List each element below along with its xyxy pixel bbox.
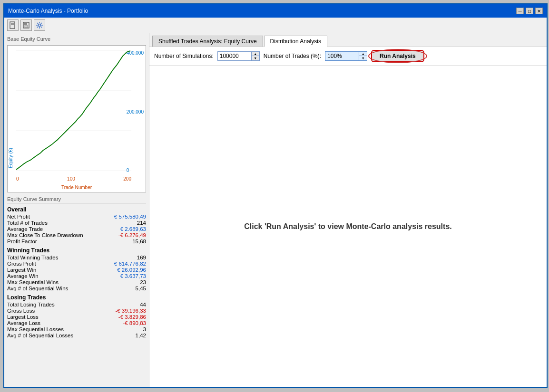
stat-value: -€ 890,83: [123, 320, 146, 326]
summary-section: Equity Curve Summary Overall Net Profit …: [7, 196, 146, 384]
minimize-button[interactable]: ─: [516, 8, 524, 14]
simulations-field[interactable]: [218, 52, 251, 60]
stat-gross-profit: Gross Profit € 614.776,82: [7, 261, 146, 267]
stat-max-seq-wins: Max Sequential Wins 23: [7, 279, 146, 285]
settings-button[interactable]: [34, 19, 45, 31]
main-window: Monte-Carlo Analysis - Portfolio ─ □ ✕: [3, 3, 548, 388]
svg-line-14: [37, 27, 38, 28]
simulations-down-btn[interactable]: ▼: [252, 56, 259, 60]
trades-spinner: ▲ ▼: [359, 52, 367, 60]
tab-distribution-analysis[interactable]: Distribution Analysis: [264, 36, 327, 47]
stat-value: 169: [137, 255, 146, 260]
tab-equity-curve[interactable]: Shuffled Trades Analysis: Equity Curve: [152, 36, 263, 47]
stat-value: € 2.689,63: [120, 226, 146, 232]
title-bar: Monte-Carlo Analysis - Portfolio ─ □ ✕: [4, 4, 547, 18]
x-tick-0: 0: [16, 176, 19, 182]
stat-label: Profit Factor: [7, 239, 37, 244]
stat-total-winning: Total Winning Trades 169: [7, 255, 146, 260]
stat-avg-seq-losses: Avg # of Sequential Losses 1,42: [7, 333, 146, 338]
main-content: Base Equity Curve 400.000 200.000 0 0 10…: [4, 33, 547, 387]
svg-rect-0: [10, 22, 15, 29]
trades-label: Number of Trades (%):: [264, 53, 321, 59]
stat-gross-loss: Gross Loss -€ 39.196,33: [7, 308, 146, 314]
stat-label: Gross Loss: [7, 308, 35, 314]
stat-label: Total Winning Trades: [7, 255, 58, 260]
equity-curve-chart: [16, 50, 131, 171]
stat-value: 23: [140, 279, 146, 285]
simulations-input[interactable]: ▲ ▼: [217, 51, 260, 61]
controls-bar: Number of Simulations: ▲ ▼ Number of Tra…: [149, 47, 547, 66]
category-winning: Winning Trades: [7, 247, 146, 254]
stat-value: 1,42: [136, 333, 146, 338]
simulations-label: Number of Simulations:: [154, 53, 214, 59]
stat-label: Total # of Trades: [7, 220, 48, 226]
svg-line-13: [41, 23, 42, 24]
simulations-up-btn[interactable]: ▲: [252, 52, 259, 56]
stat-label: Avg # of Sequential Wins: [7, 286, 68, 291]
analysis-placeholder-area: Click 'Run Analysis' to view Monte-Carlo…: [149, 66, 547, 387]
stat-value: -€ 6.276,49: [118, 232, 146, 238]
stat-label: Max Close To Close Drawdown: [7, 232, 83, 238]
stat-max-drawdown: Max Close To Close Drawdown -€ 6.276,49: [7, 232, 146, 238]
stat-label: Average Loss: [7, 320, 40, 326]
simulations-spinner: ▲ ▼: [251, 52, 259, 60]
stat-label: Largest Loss: [7, 314, 39, 320]
stat-label: Max Sequential Losses: [7, 326, 64, 332]
stat-value: 44: [140, 302, 146, 307]
chart-area: 400.000 200.000 0 0 100 200 Trade Number…: [7, 45, 146, 192]
stat-value: 3: [143, 326, 146, 332]
stat-value: 15,68: [132, 239, 146, 244]
x-tick-200: 200: [123, 176, 131, 182]
stat-value: -€ 39.196,33: [115, 308, 146, 314]
stat-value: € 614.776,82: [114, 261, 146, 267]
stat-largest-loss: Largest Loss -€ 3.829,86: [7, 314, 146, 320]
x-axis-label: Trade Number: [61, 185, 92, 190]
left-panel: Base Equity Curve 400.000 200.000 0 0 10…: [4, 33, 149, 387]
tabs-bar: Shuffled Trades Analysis: Equity Curve D…: [149, 33, 547, 47]
maximize-button[interactable]: □: [526, 8, 533, 14]
stat-label: Total Losing Trades: [7, 302, 55, 307]
run-analysis-button[interactable]: Run Analysis: [371, 50, 424, 62]
stat-value: € 26.092,96: [117, 267, 146, 273]
stat-value: € 3.637,73: [120, 273, 146, 279]
category-losing: Losing Trades: [7, 294, 146, 301]
stat-net-profit: Net Profit € 575.580,49: [7, 214, 146, 220]
category-overall: Overall: [7, 206, 146, 213]
right-panel: Shuffled Trades Analysis: Equity Curve D…: [149, 33, 547, 387]
trades-input[interactable]: ▲ ▼: [325, 51, 367, 61]
close-button[interactable]: ✕: [535, 8, 543, 14]
stat-label: Avg # of Sequential Losses: [7, 333, 73, 338]
stat-avg-seq-wins: Avg # of Sequential Wins 5,45: [7, 286, 146, 291]
svg-line-12: [41, 27, 42, 28]
save-button[interactable]: [20, 19, 32, 31]
x-axis-ticks: 0 100 200: [16, 176, 131, 182]
x-tick-100: 100: [67, 176, 75, 182]
stat-largest-win: Largest Win € 26.092,96: [7, 267, 146, 273]
stat-avg-trade: Average Trade € 2.689,63: [7, 226, 146, 232]
stat-total-trades: Total # of Trades 214: [7, 220, 146, 226]
stat-value: 214: [137, 220, 146, 226]
svg-rect-4: [24, 22, 27, 25]
placeholder-text: Click 'Run Analysis' to view Monte-Carlo…: [244, 222, 451, 231]
stat-total-losing: Total Losing Trades 44: [7, 302, 146, 307]
new-button[interactable]: [7, 19, 19, 31]
svg-point-6: [39, 24, 41, 27]
window-title: Monte-Carlo Analysis - Portfolio: [8, 8, 88, 14]
stat-value: € 575.580,49: [114, 214, 146, 220]
stat-label: Gross Profit: [7, 261, 36, 267]
stat-label: Average Trade: [7, 226, 43, 232]
svg-rect-5: [25, 25, 28, 28]
chart-section-label: Base Equity Curve: [7, 36, 146, 43]
stat-value: 5,45: [136, 286, 146, 291]
svg-line-11: [37, 23, 38, 24]
stat-label: Largest Win: [7, 267, 36, 273]
stat-profit-factor: Profit Factor 15,68: [7, 239, 146, 244]
run-btn-label: Run Analysis: [380, 53, 416, 59]
trades-up-btn[interactable]: ▲: [359, 52, 367, 56]
stat-label: Net Profit: [7, 214, 30, 220]
window-controls: ─ □ ✕: [516, 8, 543, 14]
trades-field[interactable]: [325, 52, 359, 60]
stat-value: -€ 3.829,86: [118, 314, 146, 320]
stat-max-seq-losses: Max Sequential Losses 3: [7, 326, 146, 332]
trades-down-btn[interactable]: ▼: [359, 56, 367, 60]
